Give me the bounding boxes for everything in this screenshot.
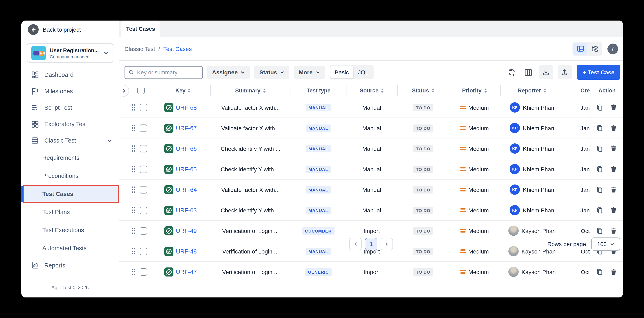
summary-cell[interactable]: Check identify Y with ... <box>221 166 280 172</box>
trash-icon[interactable] <box>610 145 617 152</box>
test-case-key-link[interactable]: URF-68 <box>176 104 197 111</box>
test-case-key-link[interactable]: URF-65 <box>176 166 197 172</box>
drag-handle-icon[interactable] <box>132 145 136 152</box>
chevron-down-icon <box>241 70 245 74</box>
chevron-down-icon <box>107 138 112 143</box>
select-all-checkbox[interactable] <box>137 87 145 94</box>
sidebar-item-exploratory-test[interactable]: Exploratory Test <box>21 116 119 132</box>
avatar: KP <box>510 123 520 133</box>
sidebar-item-test-plans[interactable]: Test Plans <box>21 203 119 221</box>
chevron-down-icon <box>104 50 109 56</box>
row-checkbox[interactable] <box>140 165 147 173</box>
summary-cell[interactable]: Validate factor X with... <box>221 104 280 111</box>
rows-icon <box>31 136 39 144</box>
sidebar-item-classic-test[interactable]: Classic Test <box>21 132 119 149</box>
column-header-priority[interactable]: Priority <box>449 85 500 96</box>
test-case-key-link[interactable]: URF-67 <box>176 125 197 131</box>
created-cell: Jan <box>580 104 590 111</box>
tab-test-cases[interactable]: Test Cases <box>121 20 160 37</box>
column-header-test-type[interactable]: Test type <box>290 85 346 96</box>
sidebar-item-requirements[interactable]: Requirements <box>21 149 119 167</box>
breadcrumb: Classic Test / Test Cases <box>124 46 192 52</box>
sort-icon <box>543 88 546 93</box>
sidebar-item-test-executions[interactable]: Test Executions <box>21 221 119 239</box>
next-page-button[interactable] <box>380 238 393 250</box>
created-cell: Jan <box>580 145 590 152</box>
trash-icon[interactable] <box>610 124 617 132</box>
create-test-case-button[interactable]: + Test Case <box>577 65 620 80</box>
trash-icon[interactable] <box>610 104 617 111</box>
sidebar-item-dashboard[interactable]: Dashboard <box>21 66 119 83</box>
table-row: URF-66 Check identify Y with ... MANUAL … <box>119 138 623 158</box>
avatar: KP <box>510 144 520 154</box>
row-checkbox[interactable] <box>140 124 147 132</box>
test-case-icon <box>164 103 174 112</box>
column-header-status[interactable]: Status <box>398 85 449 96</box>
summary-cell[interactable]: Validate factor X with... <box>221 125 280 131</box>
jql-mode-button[interactable]: JQL <box>353 69 373 76</box>
refresh-button[interactable] <box>506 66 518 79</box>
sidebar-item-preconditions[interactable]: Preconditions <box>21 167 119 185</box>
back-to-project[interactable]: Back to project <box>21 20 119 39</box>
sidebar-item-test-cases[interactable]: Test Cases <box>23 185 119 203</box>
page-number-button[interactable]: 1 <box>365 238 377 250</box>
sidebar-item-reports[interactable]: Reports <box>21 257 119 274</box>
search-field[interactable] <box>124 66 202 79</box>
column-header-reporter[interactable]: Reporter <box>500 85 564 96</box>
copy-icon[interactable] <box>596 165 603 173</box>
row-checkbox[interactable] <box>140 145 147 152</box>
column-header-source[interactable]: Source <box>346 85 398 96</box>
status-filter-button[interactable]: Status <box>254 66 290 79</box>
import-button[interactable] <box>539 65 553 79</box>
more-filter-button[interactable]: More <box>294 66 325 79</box>
assignee-filter-button[interactable]: Assignee <box>207 66 250 79</box>
screen: Back to project User Registration... Com… <box>0 0 644 318</box>
flag-icon <box>31 87 39 95</box>
status-badge[interactable]: TO DO <box>413 104 433 111</box>
status-badge[interactable]: TO DO <box>413 124 433 132</box>
chevron-left-icon <box>353 242 358 246</box>
basic-mode-button[interactable]: Basic <box>330 66 353 78</box>
drag-handle-icon[interactable] <box>132 166 136 172</box>
tree-view-button[interactable] <box>587 42 601 55</box>
sidebar-item-label: Classic Test <box>44 137 76 144</box>
list-view-button[interactable] <box>573 42 587 55</box>
search-icon <box>129 70 134 75</box>
test-case-key-link[interactable]: URF-66 <box>176 145 197 152</box>
export-button[interactable] <box>558 65 572 79</box>
test-type-badge: MANUAL <box>306 104 331 111</box>
breadcrumb-parent[interactable]: Classic Test <box>124 46 155 52</box>
rows-per-page-select[interactable]: 100 <box>592 238 620 250</box>
columns-button[interactable] <box>522 66 535 79</box>
drag-handle-icon[interactable] <box>132 124 136 132</box>
upload-icon <box>561 68 568 76</box>
prev-page-button[interactable] <box>349 238 362 250</box>
test-type-badge: MANUAL <box>306 145 331 152</box>
column-header-key[interactable]: Key <box>156 85 210 96</box>
tab-bar: Test Cases <box>119 20 623 37</box>
summary-cell[interactable]: Check identify Y with ... <box>221 145 280 152</box>
search-input[interactable] <box>136 69 198 76</box>
status-badge[interactable]: TO DO <box>413 165 433 173</box>
trash-icon[interactable] <box>610 165 617 173</box>
copy-icon[interactable] <box>596 145 603 152</box>
columns-icon <box>524 68 533 76</box>
app-footer: AgileTest © 2025 <box>21 285 119 298</box>
project-selector[interactable]: User Registration... Company-managed <box>27 43 114 63</box>
breadcrumb-current[interactable]: Test Cases <box>163 46 192 52</box>
sidebar-item-script-test[interactable]: Script Test <box>21 100 119 116</box>
status-badge[interactable]: TO DO <box>413 145 433 152</box>
sidebar-item-milestones[interactable]: Milestones <box>21 83 119 100</box>
copy-icon[interactable] <box>596 104 603 111</box>
column-header-summary[interactable]: Summary <box>210 85 290 96</box>
sidebar-item-label: Milestones <box>44 88 73 94</box>
info-icon[interactable]: i <box>608 43 618 54</box>
sort-icon <box>262 88 266 93</box>
drag-handle-icon[interactable] <box>132 104 136 111</box>
sidebar-item-label: Script Test <box>44 104 72 111</box>
sidebar-nav: Dashboard Milestones Script Test Explora… <box>21 64 119 274</box>
copy-icon[interactable] <box>596 124 603 132</box>
sidebar-item-automated-tests[interactable]: Automated Tests <box>21 239 119 257</box>
row-checkbox[interactable] <box>140 104 147 111</box>
column-header-created[interactable]: Cre <box>564 85 590 96</box>
